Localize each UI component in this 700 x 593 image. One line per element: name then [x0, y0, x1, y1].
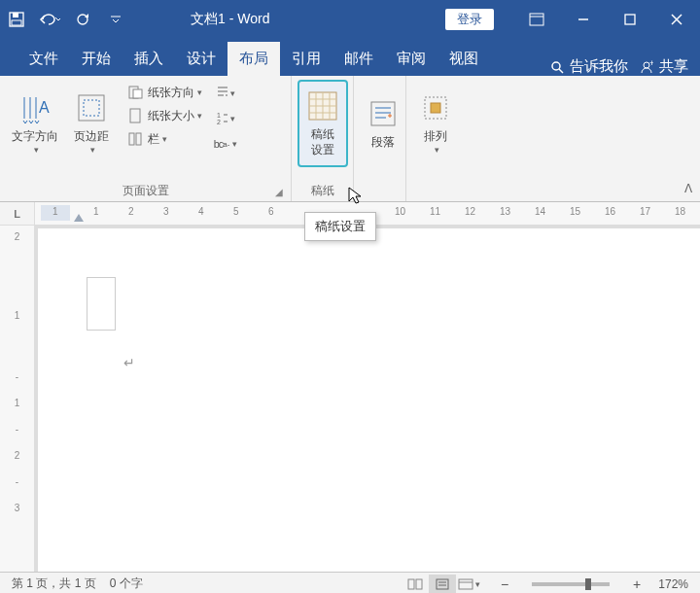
title-bar: 文档1 - Word 登录 [0, 0, 700, 39]
tooltip: 稿纸设置 [304, 212, 376, 241]
tab-file[interactable]: 文件 [18, 42, 70, 76]
tell-me-text[interactable]: 告诉我你 [570, 57, 628, 76]
group-paragraph: 段落 [354, 76, 406, 201]
orientation-icon [126, 84, 144, 101]
tab-design[interactable]: 设计 [175, 42, 228, 76]
orientation-button[interactable]: 纸张方向▾ [122, 82, 206, 103]
word-count[interactable]: 0 个字 [110, 576, 143, 592]
svg-rect-8 [625, 15, 635, 24]
login-button[interactable]: 登录 [445, 9, 494, 30]
svg-rect-24 [129, 133, 134, 145]
tab-view[interactable]: 视图 [438, 42, 490, 76]
share-button[interactable]: 共享 [659, 57, 688, 76]
svg-rect-44 [416, 579, 422, 589]
ribbon-options-button[interactable] [513, 0, 560, 39]
chevron-down-icon: ▾ [435, 145, 439, 157]
zoom-slider[interactable] [532, 582, 610, 586]
zoom-in-button[interactable]: + [629, 576, 645, 592]
tab-review[interactable]: 审阅 [385, 42, 438, 76]
arrange-icon [418, 90, 453, 125]
margins-button[interactable]: 页边距 ▾ [68, 80, 115, 167]
chevron-down-icon: ▾ [34, 145, 39, 157]
size-button[interactable]: 纸张大小▾ [122, 105, 206, 126]
maximize-button[interactable] [607, 0, 653, 39]
genkou-settings-button[interactable]: 稿纸 设置 [298, 80, 348, 167]
qat-customize-button[interactable] [99, 0, 132, 39]
redo-button[interactable] [66, 0, 99, 39]
line-numbers-button[interactable]: 12▾ [216, 109, 235, 128]
svg-rect-5 [530, 14, 543, 25]
genkou-group-label: 稿纸 [298, 181, 347, 199]
chevron-down-icon: ▾ [90, 145, 95, 157]
tab-layout[interactable]: 布局 [228, 42, 280, 76]
page-canvas[interactable]: ↵ [35, 226, 700, 572]
ruler-vertical[interactable]: 21-1-2-3 [0, 226, 35, 572]
svg-rect-23 [130, 109, 140, 122]
tab-insert[interactable]: 插入 [122, 42, 175, 76]
tab-mail[interactable]: 邮件 [332, 42, 385, 76]
svg-rect-48 [459, 579, 472, 589]
svg-rect-1 [13, 13, 18, 17]
svg-rect-22 [133, 89, 142, 98]
search-icon[interactable] [550, 60, 564, 74]
columns-icon [126, 130, 144, 148]
tab-references[interactable]: 引用 [280, 42, 332, 76]
minimize-button[interactable] [560, 0, 607, 39]
print-layout-button[interactable] [429, 575, 456, 594]
indent-marker[interactable] [74, 214, 84, 222]
margins-label: 页边距 [74, 129, 109, 145]
ribbon-tabs: 文件 开始 插入 设计 布局 引用 邮件 审阅 视图 告诉我你 + 共享 [0, 39, 700, 76]
quick-access-toolbar [0, 0, 132, 39]
document-area: 21-1-2-3 ↵ [0, 226, 700, 572]
paragraph-icon [366, 96, 401, 131]
columns-button[interactable]: 栏▾ [122, 128, 206, 150]
text-direction-button[interactable]: A 文字方向 ▾ [6, 80, 64, 167]
collapse-ribbon-button[interactable]: ᐱ [684, 182, 692, 195]
tab-home[interactable]: 开始 [70, 42, 122, 76]
save-button[interactable] [0, 0, 33, 39]
undo-button[interactable] [33, 0, 66, 39]
zoom-level[interactable]: 172% [658, 577, 688, 591]
page-setup-group-label: 页面设置 ◢ [6, 181, 285, 199]
svg-rect-37 [371, 102, 395, 125]
text-direction-icon: A [18, 90, 52, 125]
share-icon[interactable]: + [640, 60, 653, 74]
svg-text:1: 1 [217, 112, 221, 119]
web-layout-button[interactable]: ▾ [456, 575, 483, 594]
text-direction-label: 文字方向 [12, 129, 58, 145]
genkou-label: 稿纸 设置 [311, 127, 334, 157]
tab-selector[interactable]: L [0, 202, 35, 225]
group-arrange: 排列 ▾ [406, 76, 459, 201]
arrange-label: 排列 [424, 129, 447, 145]
arrange-button[interactable]: 排列 ▾ [412, 80, 459, 167]
svg-rect-2 [12, 20, 21, 25]
svg-text:2: 2 [217, 119, 221, 125]
svg-rect-45 [437, 579, 448, 589]
margins-icon [74, 90, 109, 125]
ribbon: A 文字方向 ▾ 页边距 ▾ 纸张方向▾ 纸张大小▾ [0, 76, 700, 202]
paragraph-mark: ↵ [123, 355, 135, 370]
svg-rect-19 [79, 95, 104, 121]
svg-text:A: A [39, 99, 50, 116]
paragraph-label: 段落 [371, 135, 395, 151]
hyphenation-button[interactable]: bca-▾ [216, 134, 235, 154]
svg-point-11 [552, 62, 560, 70]
page-indicator[interactable]: 第 1 页，共 1 页 [12, 576, 96, 592]
close-button[interactable] [653, 0, 700, 39]
svg-rect-42 [431, 103, 440, 113]
svg-text:+: + [649, 60, 653, 68]
page-setup-launcher[interactable]: ◢ [275, 187, 283, 197]
svg-rect-43 [408, 579, 414, 589]
page-corner-mark [87, 277, 116, 331]
svg-line-12 [559, 69, 563, 73]
paragraph-button[interactable]: 段落 [360, 80, 406, 167]
zoom-out-button[interactable]: − [497, 576, 512, 592]
breaks-button[interactable]: ▾ [216, 84, 235, 103]
status-bar: 第 1 页，共 1 页 0 个字 ▾ − + 172% [0, 572, 700, 593]
group-genkou: 稿纸 设置 稿纸 [292, 76, 354, 201]
group-page-setup: A 文字方向 ▾ 页边距 ▾ 纸张方向▾ 纸张大小▾ [0, 76, 292, 201]
svg-rect-25 [136, 133, 141, 145]
read-mode-button[interactable] [402, 575, 429, 594]
svg-rect-20 [84, 100, 99, 116]
genkou-icon [305, 88, 340, 123]
